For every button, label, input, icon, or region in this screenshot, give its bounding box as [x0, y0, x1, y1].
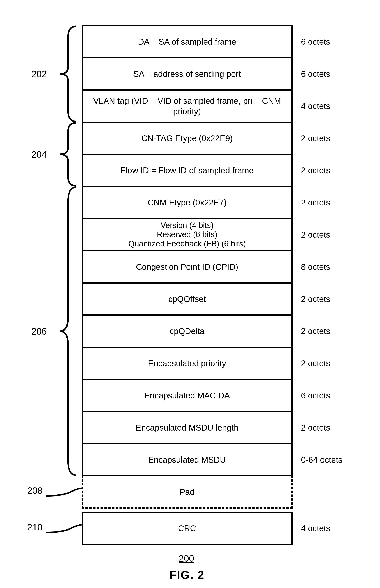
- size-crc: 4 octets: [301, 512, 364, 545]
- field-encmsdu: Encapsulated MSDU: [81, 443, 293, 477]
- field-cpqdel: cpQDelta: [81, 314, 293, 348]
- brace-204: [57, 121, 79, 187]
- field-text: Flow ID = Flow ID of sampled frame: [121, 165, 254, 176]
- size-encmsdu: 0-64 octets: [301, 443, 364, 477]
- size-cpqoff: 2 octets: [301, 282, 364, 316]
- size-cnmetype: 2 octets: [301, 186, 364, 219]
- field-text: Encapsulated MSDU length: [136, 422, 238, 433]
- size-vrf: 2 octets: [301, 218, 364, 251]
- field-crc: CRC: [81, 512, 293, 545]
- field-cpid: Congestion Point ID (CPID): [81, 250, 293, 284]
- field-text: Encapsulated MSDU: [148, 455, 226, 465]
- field-text: Encapsulated priority: [148, 358, 226, 368]
- label-204: 204: [31, 149, 47, 160]
- field-text: SA = address of sending port: [133, 69, 241, 79]
- size-sa: 6 octets: [301, 57, 364, 91]
- field-text: VLAN tag (VID = VID of sampled frame, pr…: [87, 96, 287, 117]
- field-cntag: CN-TAG Etype (0x22E9): [81, 121, 293, 155]
- brace-206: [57, 186, 79, 477]
- label-210: 210: [27, 522, 42, 533]
- brace-202: [57, 25, 79, 123]
- figure-2: DA = SA of sampled frame 6 octets SA = a…: [0, 0, 380, 588]
- leader-208: [46, 486, 81, 499]
- field-text: Pad: [180, 487, 194, 497]
- label-202: 202: [31, 69, 47, 79]
- field-pad: Pad: [81, 475, 293, 509]
- size-da: 6 octets: [301, 25, 364, 58]
- field-vrf: Version (4 bits) Reserved (6 bits) Quant…: [81, 218, 293, 251]
- field-flowid: Flow ID = Flow ID of sampled frame: [81, 154, 293, 187]
- figure-number: 200: [179, 553, 194, 564]
- field-text: cpQOffset: [168, 294, 206, 304]
- field-text: CNM Etype (0x22E7): [148, 197, 227, 208]
- size-encmac: 6 octets: [301, 379, 364, 412]
- field-da: DA = SA of sampled frame: [81, 25, 293, 58]
- size-cpid: 8 octets: [301, 250, 364, 284]
- size-flowid: 2 octets: [301, 154, 364, 187]
- figure-caption: FIG. 2: [169, 568, 204, 582]
- field-text: Version (4 bits) Reserved (6 bits) Quant…: [128, 221, 246, 248]
- leader-210: [46, 523, 81, 536]
- field-text: CRC: [178, 523, 196, 534]
- size-vlan: 4 octets: [301, 89, 364, 123]
- label-206: 206: [31, 326, 47, 337]
- field-encmsdul: Encapsulated MSDU length: [81, 411, 293, 444]
- field-encmac: Encapsulated MAC DA: [81, 379, 293, 412]
- size-encpri: 2 octets: [301, 347, 364, 380]
- field-cpqoff: cpQOffset: [81, 282, 293, 316]
- field-cnmetype: CNM Etype (0x22E7): [81, 186, 293, 219]
- field-text: CN-TAG Etype (0x22E9): [141, 133, 233, 143]
- size-cntag: 2 octets: [301, 121, 364, 155]
- field-sa: SA = address of sending port: [81, 57, 293, 91]
- size-cpqdel: 2 octets: [301, 314, 364, 348]
- field-text: Encapsulated MAC DA: [144, 390, 230, 401]
- size-encmsdul: 2 octets: [301, 411, 364, 444]
- field-encpri: Encapsulated priority: [81, 347, 293, 380]
- field-text: cpQDelta: [170, 326, 205, 336]
- field-vlan: VLAN tag (VID = VID of sampled frame, pr…: [81, 89, 293, 123]
- label-208: 208: [27, 485, 42, 496]
- field-text: DA = SA of sampled frame: [138, 36, 236, 47]
- field-text: Congestion Point ID (CPID): [136, 262, 238, 272]
